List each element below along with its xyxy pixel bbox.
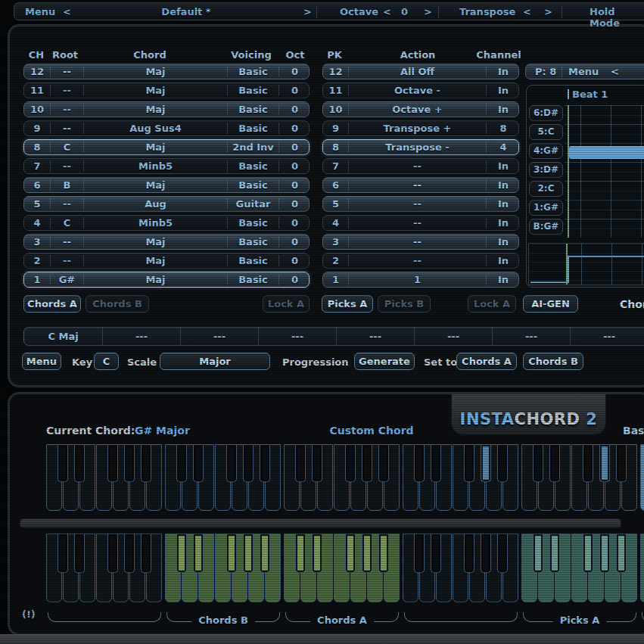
chord-cell-root[interactable]: G# (50, 274, 83, 285)
chord-cell-chord[interactable]: Maj (83, 274, 227, 285)
picks-cell-channel[interactable]: In (486, 255, 520, 266)
progression-slot[interactable]: --- (414, 328, 492, 345)
chord-cell-oct[interactable]: 0 (278, 123, 310, 134)
piano-key-black[interactable] (193, 444, 204, 482)
chords-b-button[interactable]: Chords B (86, 295, 149, 313)
chord-cell-oct[interactable]: 0 (278, 236, 310, 247)
piano-key-black[interactable] (414, 534, 425, 573)
piano-key-black[interactable] (497, 534, 508, 573)
picks-cell-pk[interactable]: 3 (323, 236, 348, 247)
picks-cell-action[interactable]: -- (348, 198, 486, 210)
piano-key-black[interactable] (107, 444, 118, 482)
note-row-label[interactable]: 4:G# (529, 143, 563, 159)
piano-key-black[interactable] (260, 444, 270, 482)
picks-cell-action[interactable]: -- (348, 255, 486, 266)
piano-key-black[interactable] (58, 444, 68, 482)
octave-value[interactable]: 0 (401, 6, 408, 17)
chord-cell-voicing[interactable]: 2nd Inv (227, 142, 278, 153)
chord-cell-chord[interactable]: Aug Sus4 (83, 123, 227, 134)
chord-cell-ch[interactable]: 5 (24, 198, 50, 210)
custom-chord-button[interactable]: Custom Chord (329, 425, 413, 437)
chord-cell-ch[interactable]: 2 (24, 255, 50, 266)
piano-key-black[interactable] (431, 444, 441, 482)
set-chords-b-button[interactable]: Chords B (523, 353, 583, 370)
chord-cell-oct[interactable]: 0 (278, 255, 310, 266)
picks-cell-pk[interactable]: 4 (323, 217, 348, 229)
chord-cell-oct[interactable]: 0 (278, 66, 310, 77)
chord-cell-oct[interactable]: 0 (278, 160, 310, 172)
pattern-menu-button[interactable]: Menu (568, 66, 599, 77)
chord-cell-voicing[interactable]: Basic (227, 123, 278, 134)
set-chords-a-button[interactable]: Chords A (456, 353, 517, 370)
hold-mode-label[interactable]: Hold Mode (590, 6, 644, 29)
chord-cell-chord[interactable]: Minb5 (83, 160, 227, 172)
piano-key-black[interactable] (464, 444, 474, 482)
picks-b-button[interactable]: Picks B (378, 295, 431, 313)
bottom-menu-button[interactable]: Menu (22, 353, 61, 370)
transpose-inc-button[interactable]: > (544, 6, 552, 17)
chord-row[interactable]: 6BMajBasic0 (23, 177, 310, 193)
picks-row[interactable]: 6--In (322, 177, 519, 193)
picks-row[interactable]: 4--In (322, 215, 519, 231)
picks-cell-pk[interactable]: 2 (323, 255, 348, 266)
picks-cell-channel[interactable]: In (486, 179, 520, 191)
transpose-dec-button[interactable]: < (523, 6, 531, 17)
note-row-label[interactable]: B:G# (529, 219, 563, 235)
picks-row[interactable]: 2--In (322, 253, 519, 269)
chord-row[interactable]: 5--AugGuitar0 (23, 196, 310, 212)
generate-button[interactable]: Generate (354, 353, 415, 370)
menu-button[interactable]: Menu (25, 6, 55, 17)
piano-key-black[interactable] (414, 444, 425, 482)
scale-select[interactable]: Major (160, 353, 270, 370)
piano-key-black[interactable] (124, 444, 135, 482)
chord-cell-root[interactable]: -- (50, 255, 83, 266)
piano-key-black[interactable] (464, 534, 474, 573)
chord-cell-root[interactable]: C (50, 142, 83, 153)
picks-cell-action[interactable]: 1 (348, 274, 486, 285)
piano-key-black[interactable] (295, 534, 306, 573)
picks-row[interactable]: 8Transpose -4 (322, 139, 519, 155)
piano-key-black[interactable] (74, 444, 85, 482)
piano-key-black[interactable] (583, 534, 593, 573)
piano-key-black[interactable] (226, 444, 237, 482)
picks-row[interactable]: 10Octave +In (322, 101, 519, 117)
chord-row[interactable]: 1G#MajBasic0 (23, 272, 310, 288)
piano-key-black[interactable] (533, 444, 543, 482)
piano-key-black[interactable] (549, 534, 560, 573)
chord-cell-voicing[interactable]: Basic (227, 66, 278, 77)
chords-a-button[interactable]: Chords A (23, 295, 81, 313)
note-row-label[interactable]: 3:D# (529, 162, 563, 178)
chord-cell-oct[interactable]: 0 (278, 104, 310, 115)
chord-cell-root[interactable]: -- (50, 104, 83, 115)
picks-cell-channel[interactable]: In (486, 160, 520, 172)
piano-key-black[interactable] (362, 534, 372, 573)
piano-key-black[interactable] (176, 534, 187, 573)
picks-cell-action[interactable]: -- (348, 160, 486, 172)
note-bar[interactable] (569, 146, 644, 159)
picks-cell-pk[interactable]: 10 (323, 104, 348, 115)
chord-cell-root[interactable]: -- (50, 160, 83, 172)
picks-cell-channel[interactable]: In (486, 85, 520, 96)
picks-cell-channel[interactable]: In (486, 198, 520, 210)
chord-cell-ch[interactable]: 12 (24, 66, 50, 77)
chord-row[interactable]: 2--MajBasic0 (23, 253, 310, 269)
piano-key-black[interactable] (295, 444, 306, 482)
picks-cell-action[interactable]: Transpose + (348, 123, 486, 134)
chord-row[interactable]: 8CMaj2nd Inv0 (23, 139, 310, 155)
progression-slot[interactable]: --- (336, 328, 414, 345)
chord-row[interactable]: 7--Minb5Basic0 (23, 158, 310, 174)
chord-row[interactable]: 4CMinb5Basic0 (23, 215, 310, 231)
chord-cell-ch[interactable]: 11 (24, 85, 50, 96)
chord-cell-ch[interactable]: 8 (24, 142, 50, 153)
picks-row[interactable]: 5--In (322, 196, 519, 212)
note-row-label[interactable]: 2:C (529, 181, 563, 197)
chord-cell-ch[interactable]: 10 (24, 104, 50, 115)
picks-cell-action[interactable]: Octave + (348, 104, 486, 115)
chord-cell-voicing[interactable]: Guitar (227, 198, 278, 210)
chord-cell-root[interactable]: B (50, 179, 83, 191)
picks-cell-channel[interactable]: 8 (486, 123, 520, 134)
note-row-label[interactable]: 6:D# (529, 105, 563, 121)
chord-cell-chord[interactable]: Aug (83, 198, 227, 210)
chord-cell-ch[interactable]: 3 (24, 236, 50, 247)
picks-cell-channel[interactable]: In (486, 104, 520, 115)
